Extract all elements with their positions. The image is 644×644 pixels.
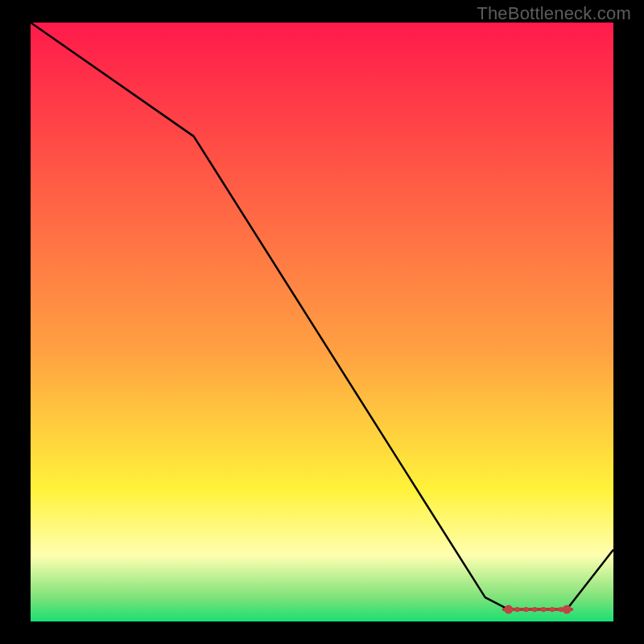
optimal-dot bbox=[523, 607, 528, 612]
bottleneck-curve-path bbox=[31, 23, 613, 609]
optimal-dot bbox=[563, 605, 572, 614]
bottleneck-curve bbox=[31, 23, 613, 621]
optimal-dot bbox=[504, 605, 513, 614]
watermark-text: TheBottleneck.com bbox=[477, 3, 631, 24]
optimal-dot bbox=[541, 607, 546, 612]
optimal-dot bbox=[532, 607, 537, 612]
plot-area bbox=[31, 23, 613, 621]
optimal-dot bbox=[550, 607, 555, 612]
optimal-dot bbox=[514, 607, 519, 612]
chart-frame: TheBottleneck.com bbox=[0, 0, 644, 644]
